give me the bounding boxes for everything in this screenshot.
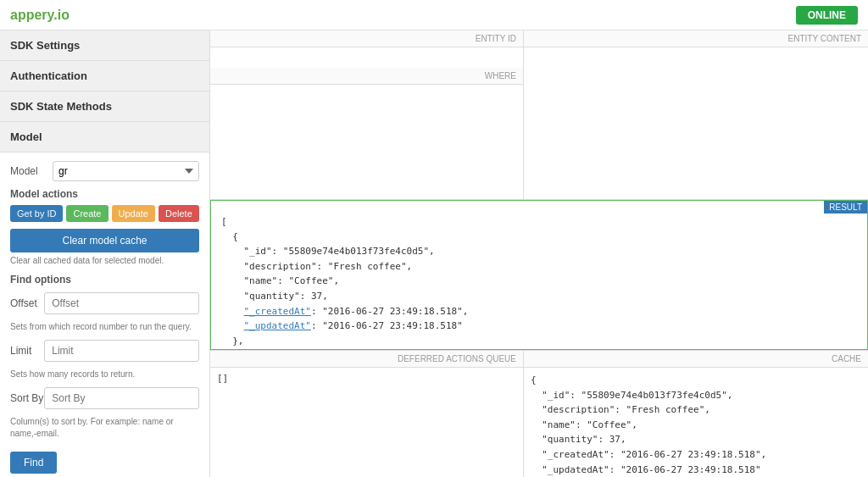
entity-content-area: [524, 47, 868, 199]
limit-row: Limit: [10, 340, 199, 362]
sidebar-item-authentication[interactable]: Authentication: [0, 61, 209, 92]
where-header: WHERE: [210, 68, 523, 85]
result-content: [ { "_id": "55809e74e4b013f73fe4c0d5", "…: [211, 201, 867, 349]
entity-content-header: ENTITY CONTENT: [524, 31, 868, 47]
sort-by-label: Sort By: [10, 392, 44, 404]
result-panel: RESULT [ { "_id": "55809e74e4b013f73fe4c…: [210, 200, 868, 350]
sort-by-row: Sort By: [10, 387, 199, 409]
offset-row: Offset: [10, 292, 199, 314]
header: appery.io ONLINE: [0, 0, 868, 31]
where-textarea[interactable]: [210, 85, 523, 199]
model-select[interactable]: gr: [53, 161, 199, 181]
sidebar-item-sdk-state-methods[interactable]: SDK State Methods: [0, 92, 209, 122]
bottom-area: DEFERRED ACTIONS QUEUE [] CACHE { "_id":…: [210, 350, 868, 477]
deferred-panel: DEFERRED ACTIONS QUEUE []: [210, 351, 524, 477]
deferred-content: []: [210, 368, 523, 477]
entity-id-panel: ENTITY ID WHERE: [210, 31, 524, 199]
offset-group: Offset Sets from which record number to …: [10, 292, 199, 333]
entity-content-panel: ENTITY CONTENT: [524, 31, 868, 199]
limit-group: Limit Sets how many records to return.: [10, 340, 199, 380]
model-row: Model gr: [10, 161, 199, 181]
sort-by-hint: Column(s) to sort by. For example: name …: [10, 416, 199, 440]
offset-input[interactable]: [44, 292, 199, 314]
cache-panel: CACHE { "_id": "55809e74e4b013f73fe4c0d5…: [524, 351, 868, 477]
get-by-id-button[interactable]: Get by ID: [10, 205, 63, 222]
right-panel: ENTITY ID WHERE ENTITY CONTENT RESULT [ …: [210, 31, 868, 477]
clear-cache-note: Clear all cached data for selected model…: [10, 256, 199, 265]
cache-content: { "_id": "55809e74e4b013f73fe4c0d5", "de…: [524, 368, 868, 477]
sort-by-input[interactable]: [44, 387, 199, 409]
offset-hint: Sets from which record number to run the…: [10, 321, 199, 333]
sidebar-item-model[interactable]: Model: [0, 122, 209, 153]
update-button[interactable]: Update: [112, 205, 155, 222]
create-button[interactable]: Create: [66, 205, 108, 222]
model-label: Model: [10, 165, 53, 177]
offset-label: Offset: [10, 297, 44, 309]
clear-cache-button[interactable]: Clear model cache: [10, 229, 199, 252]
sort-by-group: Sort By Column(s) to sort by. For exampl…: [10, 387, 199, 440]
sidebar: SDK Settings Authentication SDK State Me…: [0, 31, 210, 477]
sidebar-item-sdk-settings[interactable]: SDK Settings: [0, 31, 209, 61]
result-label: RESULT: [824, 201, 867, 214]
model-actions-buttons: Get by ID Create Update Delete: [10, 205, 199, 222]
entity-id-header: ENTITY ID: [210, 31, 523, 47]
model-section-content: Model gr Model actions Get by ID Create …: [0, 153, 209, 477]
cache-header: CACHE: [524, 351, 868, 368]
online-badge: ONLINE: [796, 6, 858, 25]
limit-hint: Sets how many records to return.: [10, 369, 199, 380]
entity-id-input[interactable]: [210, 47, 523, 68]
limit-label: Limit: [10, 345, 44, 357]
top-area: ENTITY ID WHERE ENTITY CONTENT: [210, 31, 868, 200]
deferred-header: DEFERRED ACTIONS QUEUE: [210, 351, 523, 368]
model-actions-label: Model actions: [10, 188, 199, 200]
main-layout: SDK Settings Authentication SDK State Me…: [0, 31, 868, 477]
find-button[interactable]: Find: [10, 452, 57, 474]
find-options-label: Find options: [10, 274, 199, 286]
delete-button[interactable]: Delete: [159, 205, 199, 222]
limit-input[interactable]: [44, 340, 199, 362]
logo: appery.io: [10, 8, 70, 23]
